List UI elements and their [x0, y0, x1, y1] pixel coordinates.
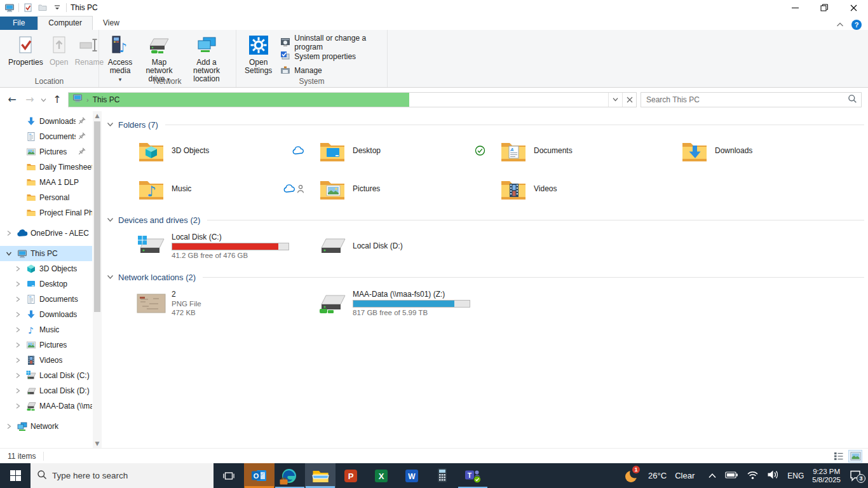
item-2[interactable]: 2PNG File472 KB: [133, 287, 315, 320]
thumbnail-view-icon[interactable]: [849, 451, 862, 462]
tab-file[interactable]: File: [0, 17, 37, 30]
address-dropdown-icon[interactable]: [608, 93, 622, 107]
weather-widget[interactable]: 1: [625, 468, 640, 484]
search-box[interactable]: [641, 92, 862, 107]
new-folder-quick-icon[interactable]: [37, 2, 48, 13]
taskbar-app-calculator-icon[interactable]: [427, 463, 458, 488]
sidebar-item-network[interactable]: Network: [0, 419, 92, 434]
sidebar-item-documents[interactable]: Documents: [0, 129, 92, 144]
expand-chevron-icon[interactable]: [13, 372, 23, 379]
sidebar-item-local-disk-d-[interactable]: Local Disk (D:): [0, 383, 92, 398]
access-media-button[interactable]: ♪ Access media ▾: [104, 32, 136, 84]
manage-button[interactable]: Manage: [278, 64, 382, 78]
tab-computer[interactable]: Computer: [37, 16, 93, 30]
search-icon[interactable]: [848, 94, 857, 105]
action-center-button[interactable]: 3: [849, 470, 862, 482]
help-icon[interactable]: ?: [851, 20, 862, 30]
taskbar-app-word-icon[interactable]: W: [397, 463, 427, 488]
expand-chevron-icon[interactable]: [13, 311, 23, 318]
scroll-up-icon[interactable]: ▲: [93, 111, 102, 120]
add-network-location-button[interactable]: Add a network location: [182, 32, 231, 83]
tray-temperature[interactable]: 26°C: [648, 471, 667, 480]
clock[interactable]: 9:23 PM 5/8/2025: [812, 468, 841, 484]
item-documents[interactable]: ADocuments: [496, 134, 677, 167]
sidebar-item-maa-data-ma[interactable]: MAA-Data (\\ma: [0, 398, 92, 414]
sidebar-item-3d-objects[interactable]: 3D Objects: [0, 261, 92, 276]
search-input[interactable]: [646, 95, 848, 104]
breadcrumb-location[interactable]: This PC: [93, 95, 120, 104]
section-header-devices-and-drives[interactable]: Devices and drives (2): [107, 213, 864, 227]
expand-chevron-icon[interactable]: [13, 281, 23, 287]
taskbar-app-file-explorer-icon[interactable]: [305, 463, 336, 488]
map-network-drive-button[interactable]: Map network drive ▾: [136, 32, 182, 84]
expand-chevron-icon[interactable]: [4, 230, 14, 236]
volume-icon[interactable]: [767, 470, 779, 482]
item-downloads[interactable]: Downloads: [677, 134, 858, 167]
wifi-icon[interactable]: [747, 470, 759, 482]
sidebar-item-personal[interactable]: Personal: [0, 190, 92, 205]
sidebar-item-pictures[interactable]: Pictures: [0, 144, 92, 159]
taskbar-search-input[interactable]: [52, 471, 207, 480]
minimize-button[interactable]: [780, 0, 810, 15]
scrollbar-thumb[interactable]: [94, 121, 100, 312]
collapse-chevron-icon[interactable]: [4, 250, 14, 257]
sidebar-scrollbar[interactable]: ▲ ▼: [93, 111, 102, 448]
section-collapse-icon[interactable]: [107, 215, 114, 224]
taskbar-app-teams-icon[interactable]: T: [458, 463, 488, 488]
sidebar-item-downloads[interactable]: Downloads: [0, 307, 92, 322]
customize-qat-icon[interactable]: [51, 2, 63, 13]
collapse-ribbon-icon[interactable]: [836, 20, 844, 29]
scroll-down-icon[interactable]: ▼: [93, 439, 102, 448]
expand-chevron-icon[interactable]: [4, 423, 14, 430]
start-button[interactable]: [0, 463, 31, 488]
sidebar-item-downloads[interactable]: Downloads: [0, 114, 92, 129]
restore-button[interactable]: [810, 0, 839, 15]
item-desktop[interactable]: Desktop: [315, 134, 496, 167]
section-collapse-icon[interactable]: [107, 120, 114, 129]
sidebar-item-documents[interactable]: Documents: [0, 292, 92, 307]
language-indicator[interactable]: ENG: [787, 471, 804, 480]
forward-button[interactable]: →: [23, 93, 37, 105]
taskbar-app-outlook-icon[interactable]: O: [244, 463, 275, 488]
sidebar-item-daily-timesheets[interactable]: Daily Timesheets: [0, 159, 92, 175]
sidebar-item-videos[interactable]: Videos: [0, 353, 92, 368]
sidebar-item-local-disk-c-[interactable]: Local Disk (C:): [0, 368, 92, 383]
address-bar[interactable]: › This PC: [68, 92, 637, 107]
item-music[interactable]: ♪Music: [133, 172, 315, 205]
item-maa-data-maa-fs01-z-[interactable]: MAA-Data (\\maa-fs01) (Z:)817 GB free of…: [315, 287, 496, 320]
expand-chevron-icon[interactable]: [13, 388, 23, 394]
properties-quick-icon[interactable]: [22, 2, 34, 13]
section-collapse-icon[interactable]: [107, 273, 114, 281]
sidebar-item-pictures[interactable]: Pictures: [0, 337, 92, 353]
taskbar-app-powerpoint-icon[interactable]: P: [336, 463, 366, 488]
section-header-folders[interactable]: Folders (7): [107, 118, 864, 132]
section-header-network-locations[interactable]: Network locations (2): [107, 270, 864, 284]
task-view-button[interactable]: [214, 463, 244, 488]
cancel-navigation-icon[interactable]: [622, 93, 636, 107]
sidebar-item-desktop[interactable]: Desktop: [0, 276, 92, 292]
close-button[interactable]: [839, 0, 868, 15]
expand-chevron-icon[interactable]: [13, 296, 23, 302]
system-properties-button[interactable]: System properties: [278, 50, 382, 64]
open-settings-button[interactable]: Open Settings: [241, 32, 275, 75]
expand-chevron-icon[interactable]: [13, 357, 23, 363]
details-view-icon[interactable]: [832, 451, 845, 462]
expand-chevron-icon[interactable]: [13, 403, 23, 409]
expand-chevron-icon[interactable]: [13, 266, 23, 272]
sidebar-item-maa-1-dlp[interactable]: MAA 1 DLP: [0, 175, 92, 190]
taskbar-search[interactable]: [31, 463, 214, 488]
tab-view[interactable]: View: [93, 17, 130, 30]
expand-chevron-icon[interactable]: [13, 327, 23, 333]
sidebar-item-onedrive-alec[interactable]: OneDrive - ALEC: [0, 226, 92, 241]
back-button[interactable]: ←: [5, 93, 19, 105]
expand-chevron-icon[interactable]: [13, 342, 23, 348]
open-button[interactable]: Open: [46, 32, 72, 67]
tray-weather-condition[interactable]: Clear: [675, 471, 695, 480]
show-hidden-icons-chevron[interactable]: [708, 471, 717, 480]
taskbar-app-edge-icon[interactable]: [275, 463, 305, 488]
up-button[interactable]: ↑: [50, 93, 64, 105]
taskbar-app-excel-icon[interactable]: X: [366, 463, 397, 488]
sidebar-item-project-final-pho[interactable]: Project Final Pho: [0, 205, 92, 220]
item-local-disk-d-[interactable]: Local Disk (D:): [315, 229, 496, 262]
sidebar-item-music[interactable]: ♪Music: [0, 322, 92, 337]
